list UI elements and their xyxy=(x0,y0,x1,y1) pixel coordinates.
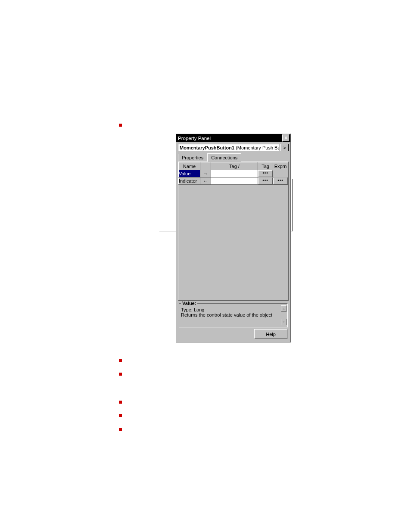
close-button[interactable]: ✕ xyxy=(282,134,290,142)
connections-table: Name Tag / Tag Exprn Value → ••• Indicat… xyxy=(178,162,288,185)
content-bullet xyxy=(119,124,122,127)
tab-properties[interactable]: Properties xyxy=(178,154,207,162)
context-dropdown-button[interactable]: > xyxy=(280,144,289,151)
close-icon: ✕ xyxy=(284,136,288,140)
col-header-tag[interactable]: Tag xyxy=(258,162,273,170)
col-header-exprn[interactable]: Exprn xyxy=(273,162,288,170)
cell-direction: → xyxy=(200,170,211,177)
browse-tag-button[interactable]: ••• xyxy=(258,170,273,177)
tab-bar: Properties Connections xyxy=(178,153,289,162)
cell-tag-expression[interactable] xyxy=(211,177,258,185)
description-type: Type: Long xyxy=(181,307,286,312)
col-header-tag-expression[interactable]: Tag / xyxy=(211,162,258,170)
cell-name-indicator[interactable]: Indicator xyxy=(179,177,200,185)
titlebar: Property Panel ✕ xyxy=(176,134,290,142)
scroll-down-button[interactable]: ▼ xyxy=(281,319,286,325)
content-bullet xyxy=(119,359,122,362)
object-selector-row: MomentaryPushButton1 (Momentary Push Bu … xyxy=(178,144,289,151)
description-body: Type: Long Returns the control state val… xyxy=(181,307,286,317)
description-box: Value: Type: Long Returns the control st… xyxy=(179,303,288,327)
col-header-direction[interactable] xyxy=(200,162,211,170)
table-row: Indicator ← ••• ••• xyxy=(179,177,288,185)
cell-tag-browse: ••• xyxy=(258,170,273,177)
connections-grid: Name Tag / Tag Exprn Value → ••• Indicat… xyxy=(178,162,289,301)
cell-name-value[interactable]: Value xyxy=(179,170,200,177)
col-header-name[interactable]: Name xyxy=(179,162,200,170)
cell-exprn-browse: ••• xyxy=(273,177,288,185)
object-name-field[interactable]: MomentaryPushButton1 (Momentary Push Bu xyxy=(178,144,279,151)
description-scrollbar: ▲ ▼ xyxy=(281,305,286,325)
content-bullet xyxy=(119,373,122,376)
chevron-icon: > xyxy=(283,145,286,150)
cell-exprn-browse xyxy=(273,170,288,177)
object-type-text: (Momentary Push Bu xyxy=(236,145,279,150)
cell-direction: ← xyxy=(200,177,211,185)
annotation-line xyxy=(293,179,293,231)
object-name-text: MomentaryPushButton1 xyxy=(180,145,234,150)
cell-tag-browse: ••• xyxy=(258,177,273,185)
browse-expression-button[interactable]: ••• xyxy=(273,177,288,184)
window-title: Property Panel xyxy=(178,136,211,141)
content-bullet xyxy=(119,401,122,404)
table-header-row: Name Tag / Tag Exprn xyxy=(179,162,288,170)
table-row: Value → ••• xyxy=(179,170,288,177)
scroll-up-button[interactable]: ▲ xyxy=(281,305,286,312)
tab-connections[interactable]: Connections xyxy=(207,153,241,162)
content-bullet xyxy=(119,414,122,417)
help-button[interactable]: Help xyxy=(254,329,287,339)
browse-tag-button[interactable]: ••• xyxy=(258,177,273,184)
arrow-left-icon: ← xyxy=(203,178,208,184)
scroll-down-icon: ▼ xyxy=(282,320,286,324)
scroll-up-icon: ▲ xyxy=(282,307,286,311)
arrow-right-icon: → xyxy=(203,171,208,176)
property-panel: Property Panel ✕ MomentaryPushButton1 (M… xyxy=(176,134,291,342)
cell-tag-expression[interactable] xyxy=(211,170,258,177)
description-legend: Value: xyxy=(181,301,197,306)
content-bullet xyxy=(119,428,122,431)
description-text: Returns the control state value of the o… xyxy=(181,312,286,317)
